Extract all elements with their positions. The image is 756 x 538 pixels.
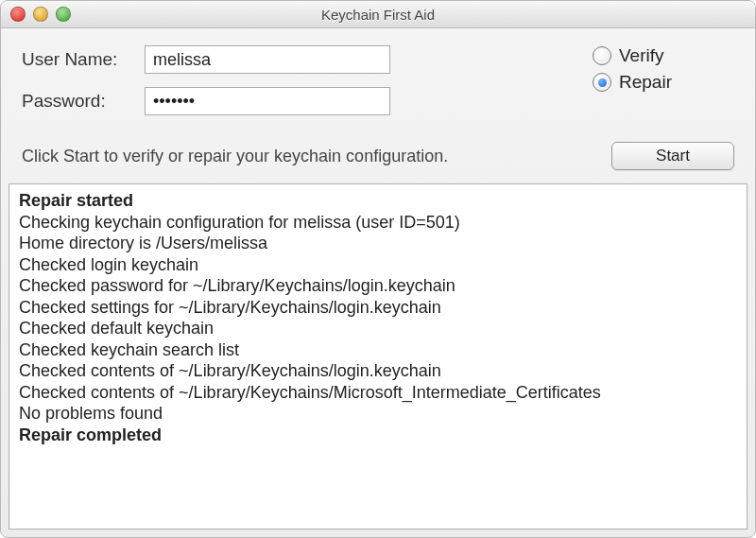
- start-button[interactable]: Start: [611, 142, 734, 170]
- log-line: Home directory is /Users/melissa: [19, 233, 737, 254]
- zoom-icon[interactable]: [56, 7, 71, 22]
- log-line: Checked settings for ~/Library/Keychains…: [19, 297, 737, 319]
- log-line: Checked keychain search list: [19, 339, 737, 361]
- log-line: Checked default keychain: [19, 318, 737, 339]
- username-label: User Name:: [22, 49, 145, 70]
- window-controls: [10, 7, 71, 22]
- username-input[interactable]: [145, 45, 390, 74]
- password-input[interactable]: [145, 87, 390, 115]
- repair-radio[interactable]: Repair: [593, 72, 734, 93]
- mode-selector: Verify Repair: [574, 45, 734, 129]
- password-label: Password:: [22, 91, 145, 112]
- radio-icon: [593, 46, 611, 65]
- instruction-text: Click Start to verify or repair your key…: [22, 147, 448, 166]
- log-line: Checked contents of ~/Library/Keychains/…: [19, 360, 737, 382]
- credentials-section: User Name: Password: Verify Repair: [1, 28, 755, 138]
- close-icon[interactable]: [10, 7, 26, 22]
- log-line: Repair started: [19, 190, 737, 212]
- repair-radio-label: Repair: [619, 72, 672, 93]
- log-line: Checking keychain configuration for meli…: [19, 212, 737, 234]
- log-output[interactable]: Repair startedChecking keychain configur…: [9, 183, 747, 529]
- log-line: Checked contents of ~/Library/Keychains/…: [19, 382, 737, 404]
- keychain-first-aid-window: Keychain First Aid User Name: Password: …: [0, 0, 756, 538]
- log-line: Checked login keychain: [19, 254, 737, 276]
- window-title: Keychain First Aid: [1, 7, 755, 23]
- log-line: Checked password for ~/Library/Keychains…: [19, 275, 737, 297]
- titlebar: Keychain First Aid: [1, 1, 755, 28]
- verify-radio-label: Verify: [619, 45, 664, 66]
- log-line: No problems found: [19, 403, 737, 425]
- log-line: Repair completed: [19, 425, 737, 446]
- verify-radio[interactable]: Verify: [593, 45, 734, 66]
- radio-icon: [593, 73, 611, 92]
- instruction-row: Click Start to verify or repair your key…: [1, 138, 755, 183]
- minimize-icon[interactable]: [33, 7, 48, 22]
